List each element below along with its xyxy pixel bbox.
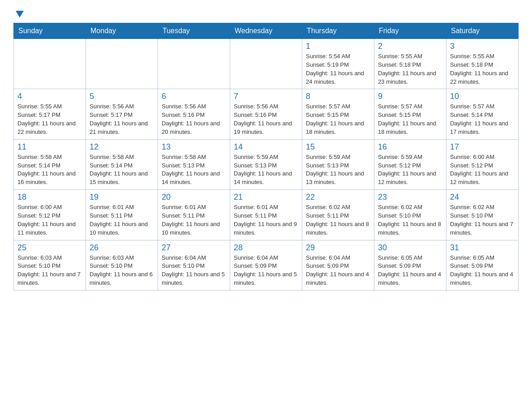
day-number: 15	[306, 142, 370, 152]
calendar-day-cell: 29Sunrise: 6:04 AM Sunset: 5:09 PM Dayli…	[302, 240, 374, 290]
day-info: Sunrise: 5:55 AM Sunset: 5:17 PM Dayligh…	[17, 103, 82, 136]
calendar-day-cell	[230, 39, 302, 89]
calendar-day-cell	[14, 39, 86, 89]
day-number: 9	[378, 92, 442, 101]
calendar-day-cell: 31Sunrise: 6:05 AM Sunset: 5:09 PM Dayli…	[446, 240, 519, 290]
day-info: Sunrise: 5:59 AM Sunset: 5:13 PM Dayligh…	[306, 153, 370, 187]
day-info: Sunrise: 5:57 AM Sunset: 5:14 PM Dayligh…	[450, 103, 515, 136]
day-number: 13	[162, 142, 226, 152]
day-number: 10	[450, 92, 515, 101]
calendar-day-cell: 14Sunrise: 5:59 AM Sunset: 5:13 PM Dayli…	[230, 139, 302, 189]
calendar-day-cell: 8Sunrise: 5:57 AM Sunset: 5:15 PM Daylig…	[302, 89, 374, 139]
day-info: Sunrise: 6:02 AM Sunset: 5:11 PM Dayligh…	[306, 203, 370, 237]
calendar-day-cell: 12Sunrise: 5:58 AM Sunset: 5:14 PM Dayli…	[86, 139, 158, 189]
day-number: 26	[90, 243, 154, 253]
day-number: 18	[17, 193, 82, 202]
day-number: 2	[378, 42, 442, 51]
day-info: Sunrise: 6:04 AM Sunset: 5:09 PM Dayligh…	[234, 254, 298, 287]
calendar-day-cell: 28Sunrise: 6:04 AM Sunset: 5:09 PM Dayli…	[230, 240, 302, 290]
calendar-day-cell: 24Sunrise: 6:02 AM Sunset: 5:10 PM Dayli…	[446, 190, 519, 240]
day-number: 27	[162, 243, 226, 253]
day-info: Sunrise: 5:56 AM Sunset: 5:17 PM Dayligh…	[90, 103, 154, 136]
page-header	[13, 9, 519, 17]
day-info: Sunrise: 5:58 AM Sunset: 5:13 PM Dayligh…	[162, 153, 226, 187]
day-info: Sunrise: 5:56 AM Sunset: 5:16 PM Dayligh…	[162, 103, 226, 136]
day-number: 7	[234, 92, 298, 101]
day-of-week-header: Tuesday	[158, 23, 230, 39]
calendar-week-row: 11Sunrise: 5:58 AM Sunset: 5:14 PM Dayli…	[14, 139, 519, 189]
calendar-day-cell: 30Sunrise: 6:05 AM Sunset: 5:09 PM Dayli…	[374, 240, 446, 290]
day-info: Sunrise: 6:03 AM Sunset: 5:10 PM Dayligh…	[17, 254, 82, 287]
calendar-day-cell: 22Sunrise: 6:02 AM Sunset: 5:11 PM Dayli…	[302, 190, 374, 240]
day-number: 6	[162, 92, 226, 101]
day-info: Sunrise: 6:00 AM Sunset: 5:12 PM Dayligh…	[450, 153, 515, 187]
day-number: 1	[306, 42, 370, 51]
calendar-day-cell: 26Sunrise: 6:03 AM Sunset: 5:10 PM Dayli…	[86, 240, 158, 290]
day-number: 23	[378, 193, 442, 202]
day-number: 5	[90, 92, 154, 101]
calendar-header-row: SundayMondayTuesdayWednesdayThursdayFrid…	[14, 23, 519, 39]
calendar-week-row: 18Sunrise: 6:00 AM Sunset: 5:12 PM Dayli…	[14, 190, 519, 240]
calendar-day-cell: 19Sunrise: 6:01 AM Sunset: 5:11 PM Dayli…	[86, 190, 158, 240]
calendar-day-cell: 20Sunrise: 6:01 AM Sunset: 5:11 PM Dayli…	[158, 190, 230, 240]
calendar-day-cell: 11Sunrise: 5:58 AM Sunset: 5:14 PM Dayli…	[14, 139, 86, 189]
day-of-week-header: Thursday	[302, 23, 374, 39]
day-number: 17	[450, 142, 515, 152]
calendar-day-cell: 2Sunrise: 5:55 AM Sunset: 5:18 PM Daylig…	[374, 39, 446, 89]
calendar-day-cell: 4Sunrise: 5:55 AM Sunset: 5:17 PM Daylig…	[14, 89, 86, 139]
calendar-day-cell: 15Sunrise: 5:59 AM Sunset: 5:13 PM Dayli…	[302, 139, 374, 189]
day-info: Sunrise: 5:58 AM Sunset: 5:14 PM Dayligh…	[90, 153, 154, 187]
calendar-day-cell: 16Sunrise: 5:59 AM Sunset: 5:12 PM Dayli…	[374, 139, 446, 189]
day-info: Sunrise: 5:55 AM Sunset: 5:18 PM Dayligh…	[450, 52, 515, 86]
calendar-day-cell: 13Sunrise: 5:58 AM Sunset: 5:13 PM Dayli…	[158, 139, 230, 189]
day-number: 22	[306, 193, 370, 202]
calendar-week-row: 4Sunrise: 5:55 AM Sunset: 5:17 PM Daylig…	[14, 89, 519, 139]
day-info: Sunrise: 6:02 AM Sunset: 5:10 PM Dayligh…	[378, 203, 442, 237]
day-of-week-header: Sunday	[14, 23, 86, 39]
day-of-week-header: Friday	[374, 23, 446, 39]
logo-triangle-icon	[16, 11, 24, 17]
day-of-week-header: Wednesday	[230, 23, 302, 39]
day-number: 16	[378, 142, 442, 152]
day-info: Sunrise: 6:05 AM Sunset: 5:09 PM Dayligh…	[378, 254, 442, 287]
day-info: Sunrise: 6:02 AM Sunset: 5:10 PM Dayligh…	[450, 203, 515, 237]
calendar-day-cell: 1Sunrise: 5:54 AM Sunset: 5:19 PM Daylig…	[302, 39, 374, 89]
calendar-day-cell: 10Sunrise: 5:57 AM Sunset: 5:14 PM Dayli…	[446, 89, 519, 139]
calendar-table: SundayMondayTuesdayWednesdayThursdayFrid…	[13, 23, 519, 291]
day-of-week-header: Saturday	[446, 23, 519, 39]
calendar-day-cell: 17Sunrise: 6:00 AM Sunset: 5:12 PM Dayli…	[446, 139, 519, 189]
day-number: 29	[306, 243, 370, 253]
day-info: Sunrise: 5:58 AM Sunset: 5:14 PM Dayligh…	[17, 153, 82, 187]
day-of-week-header: Monday	[86, 23, 158, 39]
calendar-day-cell: 18Sunrise: 6:00 AM Sunset: 5:12 PM Dayli…	[14, 190, 86, 240]
day-info: Sunrise: 5:56 AM Sunset: 5:16 PM Dayligh…	[234, 103, 298, 136]
calendar-day-cell: 7Sunrise: 5:56 AM Sunset: 5:16 PM Daylig…	[230, 89, 302, 139]
day-info: Sunrise: 6:05 AM Sunset: 5:09 PM Dayligh…	[450, 254, 515, 287]
day-info: Sunrise: 6:04 AM Sunset: 5:09 PM Dayligh…	[306, 254, 370, 287]
day-number: 21	[234, 193, 298, 202]
day-info: Sunrise: 5:59 AM Sunset: 5:12 PM Dayligh…	[378, 153, 442, 187]
day-info: Sunrise: 6:01 AM Sunset: 5:11 PM Dayligh…	[162, 203, 226, 237]
day-info: Sunrise: 5:57 AM Sunset: 5:15 PM Dayligh…	[378, 103, 442, 136]
day-number: 19	[90, 193, 154, 202]
day-info: Sunrise: 6:04 AM Sunset: 5:10 PM Dayligh…	[162, 254, 226, 287]
day-info: Sunrise: 6:01 AM Sunset: 5:11 PM Dayligh…	[234, 203, 298, 237]
day-number: 11	[17, 142, 82, 152]
calendar-day-cell: 6Sunrise: 5:56 AM Sunset: 5:16 PM Daylig…	[158, 89, 230, 139]
calendar-day-cell: 25Sunrise: 6:03 AM Sunset: 5:10 PM Dayli…	[14, 240, 86, 290]
calendar-day-cell: 27Sunrise: 6:04 AM Sunset: 5:10 PM Dayli…	[158, 240, 230, 290]
day-number: 25	[17, 243, 82, 253]
day-number: 12	[90, 142, 154, 152]
day-info: Sunrise: 6:00 AM Sunset: 5:12 PM Dayligh…	[17, 203, 82, 237]
calendar-day-cell: 21Sunrise: 6:01 AM Sunset: 5:11 PM Dayli…	[230, 190, 302, 240]
day-number: 8	[306, 92, 370, 101]
logo	[13, 9, 24, 17]
day-info: Sunrise: 5:55 AM Sunset: 5:18 PM Dayligh…	[378, 52, 442, 86]
day-info: Sunrise: 6:03 AM Sunset: 5:10 PM Dayligh…	[90, 254, 154, 287]
calendar-day-cell	[86, 39, 158, 89]
day-info: Sunrise: 5:57 AM Sunset: 5:15 PM Dayligh…	[306, 103, 370, 136]
day-info: Sunrise: 5:54 AM Sunset: 5:19 PM Dayligh…	[306, 52, 370, 86]
calendar-day-cell	[158, 39, 230, 89]
day-number: 31	[450, 243, 515, 253]
day-number: 14	[234, 142, 298, 152]
